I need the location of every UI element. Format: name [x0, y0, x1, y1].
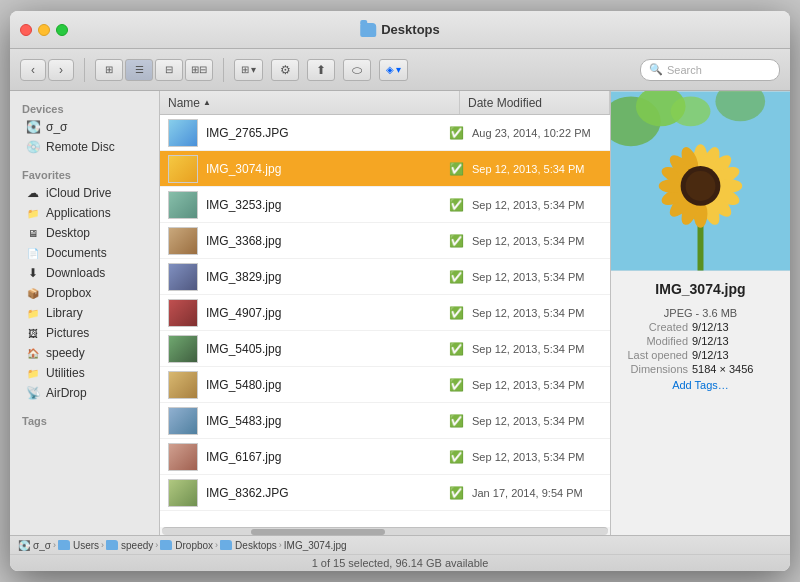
toolbar: ‹ › ⊞ ☰ ⊟ ⊞⊟ ⊞ ▾ ⚙ ⬆ ⬭ ◈ ▾ 🔍 Search: [10, 49, 790, 91]
sidebar-item-library[interactable]: 📁 Library: [14, 303, 155, 323]
close-button[interactable]: [20, 24, 32, 36]
forward-button[interactable]: ›: [48, 59, 74, 81]
file-thumbnail: [168, 299, 198, 327]
file-row[interactable]: IMG_3074.jpg✅Sep 12, 2013, 5:34 PM: [160, 151, 610, 187]
add-tags-button[interactable]: Add Tags…: [623, 379, 778, 391]
created-row: Created 9/12/13: [623, 321, 778, 333]
sidebar-item-applications-label: Applications: [46, 206, 111, 220]
sync-status-icon: ✅: [448, 377, 464, 393]
file-thumbnail: [168, 335, 198, 363]
preview-image-area: [611, 91, 790, 271]
path-item[interactable]: 💽σ_σ: [18, 540, 51, 551]
action-button[interactable]: ⚙: [271, 59, 299, 81]
maximize-button[interactable]: [56, 24, 68, 36]
dropbox-button[interactable]: ◈ ▾: [379, 59, 408, 81]
sidebar-item-disk-label: σ_σ: [46, 120, 68, 134]
path-item[interactable]: Dropbox: [160, 540, 213, 551]
window-title: Desktops: [381, 22, 440, 37]
path-item-label: speedy: [121, 540, 153, 551]
svg-point-23: [686, 171, 716, 201]
file-row[interactable]: IMG_6167.jpg✅Sep 12, 2013, 5:34 PM: [160, 439, 610, 475]
status-text: 1 of 15 selected, 96.14 GB available: [10, 555, 790, 571]
path-folder-icon: [160, 540, 172, 550]
column-view-button[interactable]: ⊟: [155, 59, 183, 81]
sidebar-item-dropbox[interactable]: 📦 Dropbox: [14, 283, 155, 303]
back-button[interactable]: ‹: [20, 59, 46, 81]
file-thumbnail: [168, 407, 198, 435]
sync-status-icon: ✅: [448, 233, 464, 249]
last-opened-row: Last opened 9/12/13: [623, 349, 778, 361]
preview-meta: JPEG - 3.6 MB Created 9/12/13 Modified 9…: [623, 307, 778, 375]
sidebar-item-library-label: Library: [46, 306, 83, 320]
status-bar: 💽σ_σ›Users›speedy›Dropbox›Desktops›IMG_3…: [10, 535, 790, 571]
folder-icon: [360, 23, 376, 37]
sidebar-item-airdrop[interactable]: 📡 AirDrop: [14, 383, 155, 403]
sidebar-item-desktop[interactable]: 🖥 Desktop: [14, 223, 155, 243]
file-row[interactable]: IMG_3368.jpg✅Sep 12, 2013, 5:34 PM: [160, 223, 610, 259]
arrange-icon: ⊞: [241, 64, 249, 75]
minimize-button[interactable]: [38, 24, 50, 36]
arrange-button[interactable]: ⊞ ▾: [234, 59, 263, 81]
sidebar-item-airdrop-label: AirDrop: [46, 386, 87, 400]
sidebar-item-utilities-label: Utilities: [46, 366, 85, 380]
list-view-button[interactable]: ☰: [125, 59, 153, 81]
sidebar-item-downloads-label: Downloads: [46, 266, 105, 280]
speedy-icon: 🏠: [26, 346, 40, 360]
file-row[interactable]: IMG_5405.jpg✅Sep 12, 2013, 5:34 PM: [160, 331, 610, 367]
sidebar-item-icloud[interactable]: ☁ iCloud Drive: [14, 183, 155, 203]
file-row[interactable]: IMG_2765.JPG✅Aug 23, 2014, 10:22 PM: [160, 115, 610, 151]
sync-status-icon: ✅: [448, 269, 464, 285]
search-box[interactable]: 🔍 Search: [640, 59, 780, 81]
share-button[interactable]: ⬆: [307, 59, 335, 81]
file-row[interactable]: IMG_3253.jpg✅Sep 12, 2013, 5:34 PM: [160, 187, 610, 223]
file-list-header: Name ▲ Date Modified: [160, 91, 610, 115]
file-row[interactable]: IMG_4907.jpg✅Sep 12, 2013, 5:34 PM: [160, 295, 610, 331]
sync-status-icon: ✅: [448, 341, 464, 357]
search-placeholder: Search: [667, 64, 702, 76]
path-item[interactable]: speedy: [106, 540, 153, 551]
file-thumbnail: [168, 263, 198, 291]
tag-button[interactable]: ⬭: [343, 59, 371, 81]
sidebar-item-utilities[interactable]: 📁 Utilities: [14, 363, 155, 383]
file-name: IMG_6167.jpg: [206, 450, 440, 464]
dropbox-chevron: ▾: [396, 64, 401, 75]
file-row[interactable]: IMG_5483.jpg✅Sep 12, 2013, 5:34 PM: [160, 403, 610, 439]
sidebar-item-dropbox-label: Dropbox: [46, 286, 91, 300]
path-disk-icon: 💽: [18, 540, 30, 551]
file-date: Sep 12, 2013, 5:34 PM: [472, 307, 602, 319]
sync-status-icon: ✅: [448, 161, 464, 177]
sidebar-item-applications[interactable]: 📁 Applications: [14, 203, 155, 223]
sidebar-item-documents[interactable]: 📄 Documents: [14, 243, 155, 263]
file-date: Sep 12, 2013, 5:34 PM: [472, 451, 602, 463]
file-thumbnail: [168, 155, 198, 183]
icloud-icon: ☁: [26, 186, 40, 200]
icon-view-button[interactable]: ⊞: [95, 59, 123, 81]
file-date: Aug 23, 2014, 10:22 PM: [472, 127, 602, 139]
sidebar-item-disk[interactable]: 💽 σ_σ: [14, 117, 155, 137]
file-row[interactable]: IMG_5480.jpg✅Sep 12, 2013, 5:34 PM: [160, 367, 610, 403]
scrollbar-track[interactable]: [162, 527, 608, 535]
file-row[interactable]: IMG_3829.jpg✅Sep 12, 2013, 5:34 PM: [160, 259, 610, 295]
name-column-header[interactable]: Name ▲: [160, 91, 460, 114]
file-name: IMG_8362.JPG: [206, 486, 440, 500]
file-name: IMG_4907.jpg: [206, 306, 440, 320]
sidebar-item-remote-disc[interactable]: 💿 Remote Disc: [14, 137, 155, 157]
sync-status-icon: ✅: [448, 197, 464, 213]
created-label: Created: [623, 321, 688, 333]
path-item[interactable]: IMG_3074.jpg: [284, 540, 347, 551]
sidebar-item-desktop-label: Desktop: [46, 226, 90, 240]
sidebar-item-speedy[interactable]: 🏠 speedy: [14, 343, 155, 363]
tags-section-title: Tags: [10, 411, 159, 429]
scrollbar-thumb[interactable]: [251, 529, 385, 535]
sidebar-item-downloads[interactable]: ⬇ Downloads: [14, 263, 155, 283]
file-row[interactable]: IMG_8362.JPG✅Jan 17, 2014, 9:54 PM: [160, 475, 610, 511]
sync-status-icon: ✅: [448, 485, 464, 501]
path-item[interactable]: Users: [58, 540, 99, 551]
coverflow-view-button[interactable]: ⊞⊟: [185, 59, 213, 81]
type-size-value: JPEG - 3.6 MB: [623, 307, 778, 319]
path-chevron-icon: ›: [101, 540, 104, 550]
date-column-header[interactable]: Date Modified: [460, 91, 610, 114]
path-item[interactable]: Desktops: [220, 540, 277, 551]
sidebar-item-pictures[interactable]: 🖼 Pictures: [14, 323, 155, 343]
modified-row: Modified 9/12/13: [623, 335, 778, 347]
